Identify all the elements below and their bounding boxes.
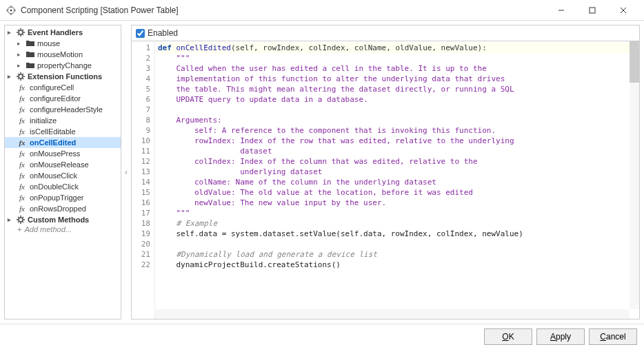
gear-icon <box>17 28 25 36</box>
enabled-checkbox[interactable] <box>136 29 145 38</box>
chevron-right-icon: ▸ <box>8 73 14 80</box>
scrollbar-vertical[interactable] <box>630 41 639 309</box>
editor-panel: Enabled 12345678910111213141516171819202… <box>131 25 640 320</box>
svg-line-16 <box>23 34 23 35</box>
tree-item-onmouserelease[interactable]: fxonMouseRelease <box>5 159 121 170</box>
fx-icon: fx <box>17 149 27 158</box>
fx-icon: fx <box>17 127 27 136</box>
fx-icon: fx <box>17 83 27 92</box>
tree-item-label: Extension Functions <box>28 72 102 81</box>
ok-button[interactable]: OK <box>484 328 532 345</box>
svg-line-18 <box>23 30 23 30</box>
tree-item-oncelledited[interactable]: fxonCellEdited <box>5 137 121 148</box>
tree-item-label: Event Handlers <box>28 28 83 36</box>
svg-line-33 <box>18 217 19 218</box>
svg-rect-7 <box>590 8 595 13</box>
svg-line-15 <box>18 30 19 30</box>
svg-line-24 <box>18 74 19 74</box>
code-area[interactable]: def onCellEdited(self, rowIndex, colInde… <box>155 41 639 319</box>
svg-line-35 <box>18 222 19 222</box>
tree-item-label: onMouseClick <box>30 171 77 180</box>
tree-item-extension-functions[interactable]: ▸Extension Functions <box>5 71 121 82</box>
fx-icon: fx <box>17 116 27 125</box>
folder-icon <box>26 40 34 47</box>
tree-item-configureheaderstyle[interactable]: fxconfigureHeaderStyle <box>5 104 121 115</box>
tree-item-label: configureHeaderStyle <box>30 105 103 114</box>
tree-item-label: mouse <box>37 39 60 48</box>
fx-icon: fx <box>17 182 27 191</box>
fx-icon: fx <box>17 94 27 103</box>
tree-item-label: Custom Methods <box>28 216 89 224</box>
line-gutter: 12345678910111213141516171819202122 <box>132 41 155 319</box>
tree-item-onpopuptrigger[interactable]: fxonPopupTrigger <box>5 192 121 203</box>
gear-icon <box>17 216 25 224</box>
tree-item-label: onCellEdited <box>30 138 76 147</box>
plus-icon: + <box>17 225 21 233</box>
fx-icon: fx <box>17 138 27 147</box>
tree-item-onmouseclick[interactable]: fxonMouseClick <box>5 170 121 181</box>
tree-item-initialize[interactable]: fxinitialize <box>5 115 121 126</box>
maximize-button[interactable] <box>576 1 607 20</box>
chevron-right-icon: ▸ <box>8 216 14 223</box>
svg-line-34 <box>23 222 23 222</box>
enabled-label[interactable]: Enabled <box>148 28 178 38</box>
tree-item-label: configureEditor <box>30 94 81 103</box>
window-title: Component Scripting [Station Power Table… <box>21 6 545 15</box>
close-button[interactable] <box>607 1 638 20</box>
tree-item-label: isCellEditable <box>30 127 76 136</box>
tree-item-label: propertyChange <box>37 61 92 70</box>
tree-item-iscelleditable[interactable]: fxisCellEditable <box>5 126 121 137</box>
tree-item-configureeditor[interactable]: fxconfigureEditor <box>5 93 121 104</box>
folder-icon <box>26 62 34 69</box>
sidebar: ▸Event Handlers▸mouse▸mouseMotion▸proper… <box>4 25 121 320</box>
fx-icon: fx <box>17 171 27 180</box>
chevron-right-icon: ▸ <box>8 29 14 36</box>
tree-item-configurecell[interactable]: fxconfigureCell <box>5 82 121 93</box>
tree-item-label: onMouseRelease <box>30 160 89 169</box>
fx-icon: fx <box>17 160 27 169</box>
folder-icon <box>26 51 34 58</box>
tree-item-label: onMousePress <box>30 149 80 158</box>
svg-line-36 <box>23 217 23 218</box>
tree-item-label: onPopupTrigger <box>30 193 83 202</box>
tree-item-label: onDoubleClick <box>30 182 79 191</box>
svg-line-25 <box>23 78 23 79</box>
svg-line-27 <box>23 74 23 74</box>
tree-item-mouse[interactable]: ▸mouse <box>5 38 121 49</box>
tree-item-label: initialize <box>30 116 57 125</box>
tree-item-event-handlers[interactable]: ▸Event Handlers <box>5 27 121 38</box>
tree-item-label: mouseMotion <box>37 50 83 59</box>
tree-item-propertychange[interactable]: ▸propertyChange <box>5 60 121 71</box>
fx-icon: fx <box>17 105 27 114</box>
chevron-right-icon: ▸ <box>17 40 23 47</box>
tree-item-onrowsdropped[interactable]: fxonRowsDropped <box>5 203 121 214</box>
tree-item-onmousepress[interactable]: fxonMousePress <box>5 148 121 159</box>
apply-button[interactable]: Apply <box>536 328 585 345</box>
svg-line-26 <box>18 78 19 79</box>
titlebar: Component Scripting [Station Power Table… <box>0 0 644 21</box>
fx-icon: fx <box>17 193 27 202</box>
tree-item-label: configureCell <box>30 83 74 92</box>
tree-item-mousemotion[interactable]: ▸mouseMotion <box>5 49 121 60</box>
splitter[interactable]: ‹ <box>124 25 128 320</box>
code-editor[interactable]: 12345678910111213141516171819202122 def … <box>132 41 639 319</box>
minimize-button[interactable] <box>545 1 576 20</box>
app-icon <box>6 5 17 16</box>
cancel-button[interactable]: Cancel <box>589 328 637 345</box>
svg-point-1 <box>10 9 12 11</box>
svg-point-10 <box>19 30 23 34</box>
gear-icon <box>17 72 25 81</box>
footer: OK Apply Cancel <box>0 324 644 348</box>
fx-icon: fx <box>17 205 27 213</box>
add-method[interactable]: +Add method... <box>5 225 121 233</box>
tree-item-custom-methods[interactable]: ▸Custom Methods <box>5 214 121 225</box>
svg-point-19 <box>19 74 23 78</box>
svg-line-17 <box>18 34 19 35</box>
scrollbar-horizontal[interactable] <box>155 309 630 319</box>
tree-item-ondoubleclick[interactable]: fxonDoubleClick <box>5 181 121 192</box>
chevron-right-icon: ▸ <box>17 62 23 69</box>
svg-point-28 <box>19 218 23 222</box>
chevron-right-icon: ▸ <box>17 51 23 58</box>
tree-item-label: onRowsDropped <box>30 205 86 213</box>
